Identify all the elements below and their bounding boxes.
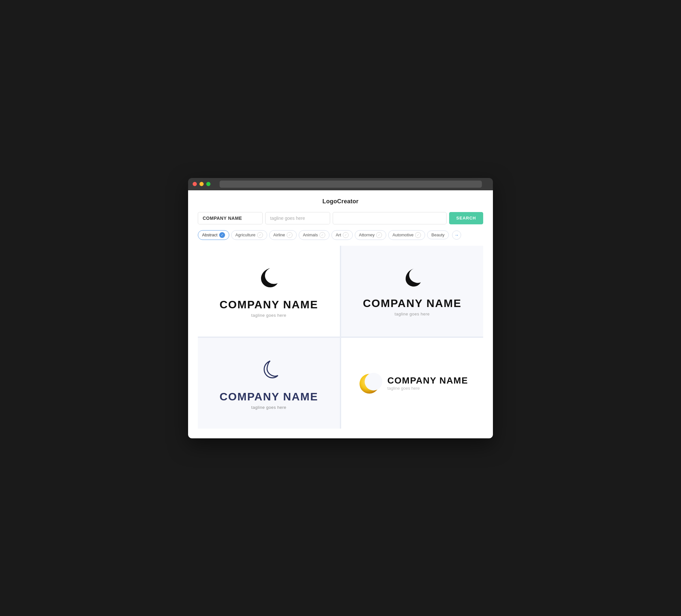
filter-bar: Abstract Agriculture Airline Animals Art [198, 230, 483, 240]
app-body: LogoCreator SEARCH Abstract Agriculture … [188, 190, 493, 438]
keywords-input[interactable] [333, 212, 447, 224]
filter-chip-agriculture[interactable]: Agriculture [231, 230, 267, 240]
filter-check-automotive [415, 232, 421, 238]
search-button[interactable]: SEARCH [449, 212, 483, 224]
filter-chip-abstract[interactable]: Abstract [198, 230, 229, 240]
filter-check-agriculture [257, 232, 263, 238]
filter-next-button[interactable]: → [452, 231, 461, 239]
logo-4-text: COMPANY NAME tagline goes here [387, 376, 468, 391]
logo-4-tagline: tagline goes here [387, 386, 468, 391]
logo-card-1[interactable]: COMPANY NAME tagline goes here [198, 246, 340, 336]
logo-1-tagline: tagline goes here [251, 313, 286, 318]
gold-moon-icon [356, 370, 382, 396]
search-bar: SEARCH [198, 212, 483, 224]
svg-point-1 [364, 373, 382, 390]
app-title: LogoCreator [198, 198, 483, 205]
filter-chip-art[interactable]: Art [331, 230, 353, 240]
company-name-input[interactable] [198, 212, 263, 224]
logo-3-company: COMPANY NAME [220, 390, 318, 403]
logo-content-4: COMPANY NAME tagline goes here [356, 370, 468, 396]
moon-icon-1 [256, 264, 282, 294]
filter-label-agriculture: Agriculture [235, 232, 255, 237]
tagline-input[interactable] [265, 212, 330, 224]
filter-chip-automotive[interactable]: Automotive [388, 230, 425, 240]
filter-check-attorney [376, 232, 382, 238]
filter-label-airline: Airline [273, 232, 285, 237]
filter-check-airline [287, 232, 293, 238]
moon-icon-2 [401, 265, 424, 292]
filter-check-animals [320, 232, 325, 238]
logo-card-4[interactable]: COMPANY NAME tagline goes here [341, 338, 483, 429]
filter-check-abstract [219, 232, 225, 238]
filter-label-beauty: Beauty [431, 232, 444, 237]
app-window: LogoCreator SEARCH Abstract Agriculture … [188, 178, 493, 438]
logo-3-tagline: tagline goes here [251, 405, 286, 410]
filter-check-art [343, 232, 349, 238]
filter-label-abstract: Abstract [202, 232, 218, 237]
filter-label-animals: Animals [303, 232, 318, 237]
address-bar[interactable] [220, 181, 482, 188]
filter-chip-beauty[interactable]: Beauty [427, 231, 449, 239]
logo-content-1: COMPANY NAME tagline goes here [220, 264, 318, 318]
logo-2-company: COMPANY NAME [363, 297, 461, 310]
filter-label-automotive: Automotive [393, 232, 413, 237]
logo-content-2: COMPANY NAME tagline goes here [363, 265, 461, 316]
filter-label-attorney: Attorney [359, 232, 375, 237]
filter-label-art: Art [336, 232, 341, 237]
logo-1-company: COMPANY NAME [220, 298, 318, 311]
logo-card-3[interactable]: COMPANY NAME tagline goes here [198, 338, 340, 429]
moon-icon-3 [256, 356, 282, 386]
minimize-button[interactable] [199, 182, 204, 186]
close-button[interactable] [193, 182, 197, 186]
filter-chip-attorney[interactable]: Attorney [355, 230, 386, 240]
maximize-button[interactable] [206, 182, 210, 186]
titlebar [188, 178, 493, 190]
logo-2-tagline: tagline goes here [395, 312, 430, 316]
filter-chip-airline[interactable]: Airline [269, 230, 297, 240]
filter-chip-animals[interactable]: Animals [299, 230, 329, 240]
logo-grid: COMPANY NAME tagline goes here COMPANY N… [198, 246, 483, 429]
logo-card-2[interactable]: COMPANY NAME tagline goes here [341, 246, 483, 336]
logo-content-3: COMPANY NAME tagline goes here [220, 356, 318, 410]
logo-4-company: COMPANY NAME [387, 376, 468, 386]
